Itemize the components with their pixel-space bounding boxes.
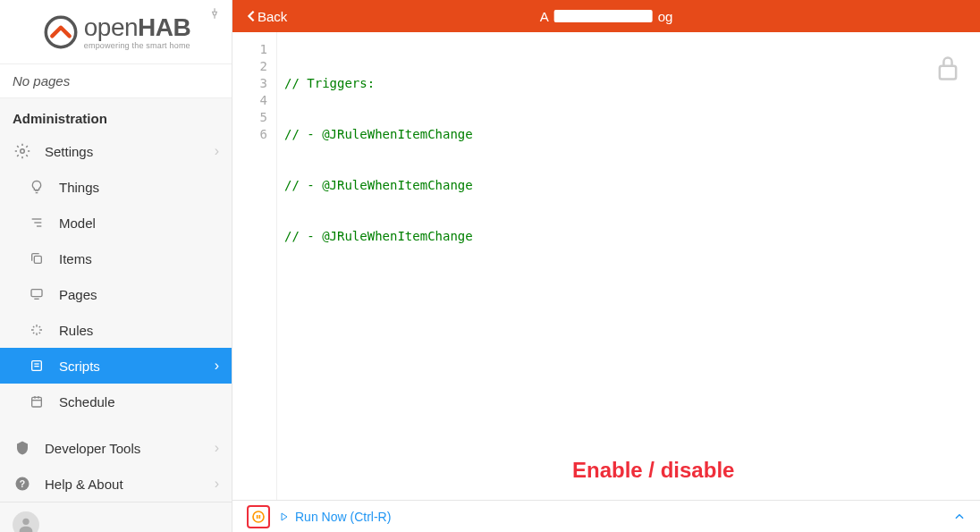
sidebar-item-label: Rules bbox=[59, 323, 93, 338]
shield-icon bbox=[13, 438, 32, 458]
pause-icon bbox=[251, 510, 266, 524]
copy-icon bbox=[27, 249, 46, 268]
lock-icon[interactable] bbox=[935, 54, 960, 82]
logo-tagline: empowering the smart home bbox=[84, 42, 190, 50]
gear-icon bbox=[13, 141, 32, 161]
help-icon: ? bbox=[13, 474, 32, 494]
chevron-right-icon: › bbox=[215, 476, 219, 492]
sidebar-item-label: Scripts bbox=[59, 359, 100, 374]
avatar[interactable] bbox=[13, 511, 39, 532]
sidebar: openHAB empowering the smart home No pag… bbox=[0, 0, 232, 532]
sidebar-item-label: Developer Tools bbox=[45, 441, 140, 456]
script-icon bbox=[27, 356, 46, 376]
sidebar-item-label: Things bbox=[59, 180, 99, 195]
chevron-left-icon bbox=[247, 10, 256, 22]
svg-point-17 bbox=[22, 519, 29, 525]
sidebar-item-scripts[interactable]: Scripts › bbox=[0, 348, 232, 384]
bulb-icon bbox=[27, 177, 46, 197]
monitor-icon bbox=[27, 284, 46, 304]
sparkle-icon bbox=[27, 320, 46, 340]
sidebar-item-schedule[interactable]: Schedule bbox=[0, 384, 232, 419]
svg-rect-18 bbox=[940, 66, 956, 80]
sidebar-item-things[interactable]: Things bbox=[0, 169, 232, 205]
main: Back Aog 1 2 3 4 5 6 // Triggers: // - @… bbox=[232, 0, 980, 532]
logo-word-open: open bbox=[84, 13, 138, 41]
line-gutter: 1 2 3 4 5 6 bbox=[232, 32, 277, 500]
sidebar-item-label: Schedule bbox=[59, 394, 115, 410]
calendar-icon bbox=[27, 392, 46, 411]
code-content[interactable]: // Triggers: // - @JRuleWhenItemChange /… bbox=[277, 32, 980, 500]
logo-word-hab: HAB bbox=[138, 13, 190, 41]
bottom-toolbar: Run Now (Ctrl-R) bbox=[232, 500, 980, 532]
run-now-button[interactable]: Run Now (Ctrl-R) bbox=[295, 510, 391, 524]
sidebar-item-pages[interactable]: Pages bbox=[0, 276, 232, 312]
sidebar-item-label: Pages bbox=[59, 287, 97, 302]
sidebar-item-label: Settings bbox=[45, 144, 93, 159]
redacted-title bbox=[554, 10, 653, 22]
sidebar-item-help[interactable]: ? Help & About › bbox=[0, 466, 232, 502]
back-label: Back bbox=[258, 9, 287, 24]
svg-rect-6 bbox=[31, 290, 42, 297]
expand-button[interactable] bbox=[953, 511, 966, 523]
sidebar-item-devtools[interactable]: Developer Tools › bbox=[0, 430, 232, 466]
sidebar-item-rules[interactable]: Rules bbox=[0, 312, 232, 348]
logo[interactable]: openHAB empowering the smart home bbox=[0, 0, 232, 63]
back-button[interactable]: Back bbox=[247, 9, 287, 24]
svg-text:?: ? bbox=[20, 478, 25, 489]
no-pages-label: No pages bbox=[0, 63, 232, 98]
svg-point-19 bbox=[253, 511, 264, 522]
sidebar-item-model[interactable]: Model bbox=[0, 205, 232, 241]
code-editor[interactable]: 1 2 3 4 5 6 // Triggers: // - @JRuleWhen… bbox=[232, 32, 980, 500]
chevron-right-icon: › bbox=[215, 440, 219, 456]
chevron-right-icon: › bbox=[215, 143, 219, 159]
sidebar-item-label: Help & About bbox=[45, 477, 123, 492]
pin-icon[interactable] bbox=[208, 7, 221, 20]
page-title: Aog bbox=[540, 9, 673, 24]
sidebar-item-settings[interactable]: Settings › bbox=[0, 133, 232, 169]
svg-rect-11 bbox=[32, 397, 42, 407]
chevron-right-icon: › bbox=[215, 358, 219, 374]
svg-point-1 bbox=[21, 149, 25, 154]
admin-section-title: Administration bbox=[0, 98, 232, 133]
svg-point-0 bbox=[46, 17, 75, 46]
sidebar-item-items[interactable]: Items bbox=[0, 241, 232, 276]
list-icon bbox=[27, 213, 46, 232]
header: Back Aog bbox=[232, 0, 980, 32]
enable-disable-button[interactable] bbox=[247, 505, 270, 528]
sidebar-item-label: Model bbox=[59, 215, 96, 231]
sidebar-item-label: Items bbox=[59, 251, 92, 266]
chevron-up-icon bbox=[953, 511, 966, 523]
logo-icon bbox=[41, 13, 80, 52]
svg-rect-5 bbox=[34, 256, 41, 263]
play-icon bbox=[279, 511, 290, 522]
